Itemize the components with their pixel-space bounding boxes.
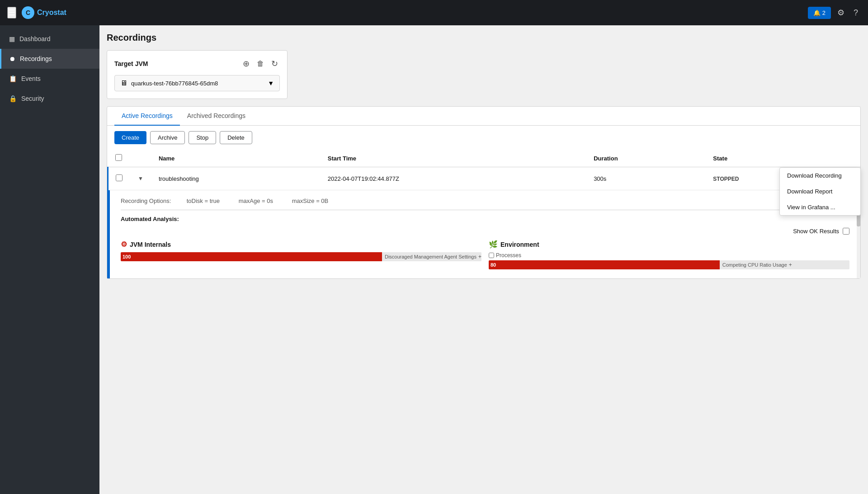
- sidebar-item-events[interactable]: 📋 Events: [0, 69, 99, 89]
- environment-score: 80: [491, 262, 496, 268]
- content-area: Recordings Target JVM ⊕ 🗑 ↻ 🖥 quarkus-te…: [99, 25, 868, 494]
- jvm-internals-label: JVM Internals: [130, 241, 171, 248]
- processes-category: Processes: [489, 252, 849, 259]
- start-time-cell: 2022-04-07T19:02:44.877Z: [321, 167, 586, 190]
- stop-button[interactable]: Stop: [189, 131, 216, 144]
- automated-analysis-title: Automated Analysis:: [121, 216, 849, 222]
- page-title: Recordings: [107, 33, 861, 43]
- jvm-internals-title: ⚙ JVM Internals: [121, 240, 481, 249]
- row-checkbox[interactable]: [116, 174, 123, 181]
- state-badge: STOPPED: [713, 176, 739, 182]
- select-all-checkbox[interactable]: [115, 154, 122, 161]
- target-jvm-card: Target JVM ⊕ 🗑 ↻ 🖥 quarkus-test-76bb7768…: [107, 50, 288, 99]
- environment-bar-label: Competing CPU Ratio Usage: [720, 262, 787, 268]
- show-ok-label: Show OK Results: [793, 228, 839, 235]
- delete-button[interactable]: Delete: [220, 131, 252, 144]
- sidebar-item-recordings[interactable]: ⏺ Recordings: [0, 49, 99, 69]
- settings-button[interactable]: ⚙: [835, 5, 847, 20]
- target-card-title: Target JVM: [114, 60, 148, 67]
- target-card-header: Target JVM ⊕ 🗑 ↻: [114, 58, 280, 70]
- environment-bar: 80: [489, 260, 720, 269]
- main-layout: ▦ Dashboard ⏺ Recordings 📋 Events 🔒 Secu…: [0, 25, 868, 494]
- expanded-row: Recording Options: toDisk = true maxAge …: [108, 190, 861, 279]
- recordings-table: Name Start Time Duration State ▼: [107, 150, 860, 278]
- context-menu-download-report[interactable]: Download Report: [780, 183, 860, 199]
- expand-button[interactable]: ▼: [137, 174, 144, 183]
- select-all-header: [108, 150, 130, 167]
- table-row: ▼ troubleshooting 2022-04-07T19:02:44.87…: [108, 167, 861, 190]
- target-dropdown-icon: 🖥: [120, 79, 127, 87]
- state-header: State: [706, 150, 830, 167]
- jvm-internals-icon: ⚙: [121, 240, 127, 249]
- environment-expand[interactable]: +: [787, 262, 792, 268]
- tab-archived-recordings[interactable]: Archived Recordings: [180, 107, 253, 126]
- sidebar-item-security[interactable]: 🔒 Security: [0, 89, 99, 108]
- archive-button[interactable]: Archive: [150, 131, 185, 144]
- sidebar-item-label: Dashboard: [19, 35, 51, 42]
- recording-options: Recording Options: toDisk = true maxAge …: [121, 198, 849, 204]
- actions-header: [830, 150, 860, 167]
- jvm-internals-score: 100: [123, 254, 131, 259]
- environment-label: Environment: [500, 241, 539, 248]
- target-dropdown-text: quarkus-test-76bb776845-65dm8: [131, 80, 264, 87]
- processes-label: Processes: [496, 252, 521, 259]
- recordings-panel: Active Recordings Archived Recordings Cr…: [107, 106, 861, 279]
- show-ok-checkbox[interactable]: [843, 228, 849, 235]
- sidebar-item-label: Events: [21, 75, 41, 82]
- recordings-icon: ⏺: [9, 55, 15, 62]
- chevron-down-icon: ▼: [268, 80, 274, 87]
- jvm-internals-bar-row: 100 Discouraged Management Agent Setting…: [121, 252, 481, 261]
- sidebar: ▦ Dashboard ⏺ Recordings 📋 Events 🔒 Secu…: [0, 25, 99, 494]
- logo-icon: C: [22, 6, 34, 19]
- delete-target-button[interactable]: 🗑: [255, 58, 266, 70]
- environment-section: 🌿 Environment Processes: [489, 240, 849, 271]
- help-button[interactable]: ?: [851, 5, 861, 20]
- dashboard-icon: ▦: [9, 35, 15, 42]
- target-dropdown[interactable]: 🖥 quarkus-test-76bb776845-65dm8 ▼: [114, 75, 280, 91]
- duration-cell: 300s: [586, 167, 706, 190]
- sidebar-item-label: Security: [21, 95, 44, 102]
- events-icon: 📋: [9, 75, 17, 82]
- context-menu-view-grafana[interactable]: View in Grafana ...: [780, 199, 860, 215]
- recording-options-label: Recording Options:: [121, 198, 171, 204]
- processes-checkbox[interactable]: [489, 253, 494, 258]
- context-menu-download-recording[interactable]: Download Recording: [780, 168, 860, 183]
- topbar: ☰ C Cryostat 🔔 2 ⚙ ?: [0, 0, 868, 25]
- jvm-internals-expand[interactable]: +: [476, 254, 481, 260]
- app-logo: C Cryostat: [22, 6, 66, 19]
- max-size-value: maxSize = 0B: [292, 198, 329, 204]
- recording-name-cell: troubleshooting: [151, 167, 321, 190]
- expanded-content: Recording Options: toDisk = true maxAge …: [108, 190, 861, 279]
- jvm-internals-section: ⚙ JVM Internals 100: [121, 240, 481, 271]
- tab-active-recordings[interactable]: Active Recordings: [114, 107, 180, 126]
- row-checkbox-cell: [108, 167, 130, 190]
- analysis-grid: ⚙ JVM Internals 100: [121, 240, 849, 271]
- max-age-value: maxAge = 0s: [239, 198, 273, 204]
- recordings-toolbar: Create Archive Stop Delete: [107, 126, 860, 150]
- add-target-button[interactable]: ⊕: [241, 58, 251, 70]
- show-ok-row: Show OK Results: [121, 228, 849, 235]
- automated-analysis: Automated Analysis: Show OK Results: [121, 216, 849, 271]
- notifications-button[interactable]: 🔔 2: [808, 7, 831, 19]
- environment-icon: 🌿: [489, 240, 498, 249]
- sidebar-item-dashboard[interactable]: ▦ Dashboard: [0, 29, 99, 49]
- options-divider: [121, 210, 849, 210]
- name-header: Name: [151, 150, 321, 167]
- jvm-internals-bar-container: 100 Discouraged Management Agent Setting…: [121, 252, 481, 261]
- create-button[interactable]: Create: [114, 131, 146, 144]
- target-card-actions: ⊕ 🗑 ↻: [241, 58, 280, 70]
- jvm-internals-bar-label: Discouraged Management Agent Settings: [382, 254, 476, 259]
- context-menu: Download Recording Download Report View …: [779, 167, 861, 216]
- expand-header: [130, 150, 151, 167]
- hamburger-button[interactable]: ☰: [7, 7, 16, 19]
- to-disk-value: toDisk = true: [187, 198, 220, 204]
- duration-header: Duration: [586, 150, 706, 167]
- security-icon: 🔒: [9, 95, 17, 102]
- start-time-header: Start Time: [321, 150, 586, 167]
- tabs-bar: Active Recordings Archived Recordings: [107, 107, 860, 126]
- environment-title: 🌿 Environment: [489, 240, 849, 249]
- refresh-target-button[interactable]: ↻: [269, 58, 280, 70]
- environment-bar-row: 80 Competing CPU Ratio Usage +: [489, 260, 849, 269]
- jvm-internals-bar: 100: [121, 252, 382, 261]
- expand-cell: ▼: [130, 167, 151, 190]
